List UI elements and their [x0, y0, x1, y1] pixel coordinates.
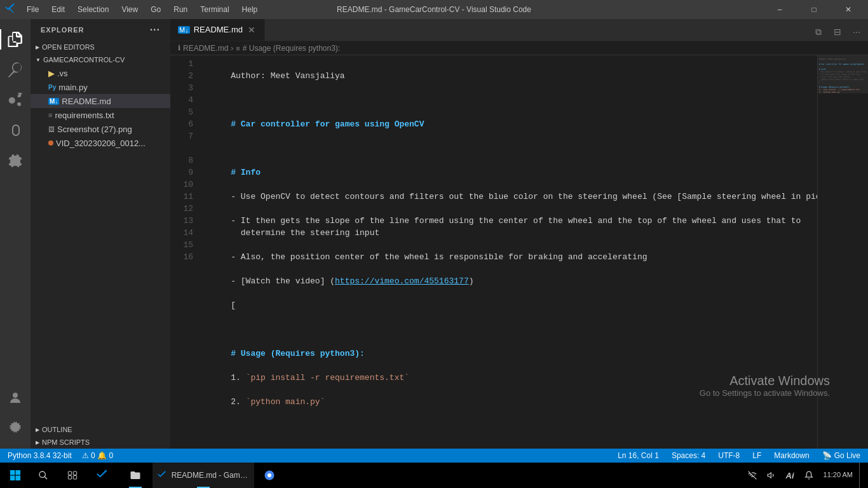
project-chevron: ▼	[36, 57, 41, 63]
menu-view[interactable]: View	[116, 4, 143, 15]
breadcrumb-file[interactable]: README.md	[183, 44, 228, 53]
taskbar-time-display: 11:20 AM	[824, 470, 853, 480]
error-icon: 🔔	[97, 451, 107, 460]
md-icon: M↓	[48, 98, 59, 105]
status-position[interactable]: Ln 16, Col 1	[615, 451, 661, 460]
golive-icon: 📡	[822, 451, 832, 460]
tree-item-screenshot[interactable]: 🖼 Screenshot (27).png	[31, 122, 170, 136]
status-language[interactable]: Markdown	[771, 451, 811, 460]
tree-item-mainpy[interactable]: Py main.py	[31, 80, 170, 94]
menu-go[interactable]: Go	[146, 4, 166, 15]
sidebar-menu-button[interactable]: ···	[150, 24, 160, 36]
open-editors-section[interactable]: ▶ OPEN EDITORS	[31, 41, 170, 53]
project-label: GAMECARCONTROL-CV	[43, 56, 125, 64]
activate-watermark: Activate Windows Go to Settings to activ…	[700, 374, 830, 398]
status-spaces[interactable]: Spaces: 4	[669, 451, 708, 460]
sidebar-footer: ▶ OUTLINE ▶ NPM SCRIPTS	[31, 423, 170, 449]
tree-item-requirements[interactable]: ≡ requirements.txt	[31, 108, 170, 122]
npm-section[interactable]: ▶ NPM SCRIPTS	[31, 436, 170, 449]
start-button[interactable]	[3, 463, 28, 488]
code-line-10: [	[211, 299, 817, 311]
vid-icon	[48, 140, 53, 146]
menu-file[interactable]: File	[22, 4, 44, 15]
editor-layout-button[interactable]: ⊟	[829, 23, 846, 41]
menu-run[interactable]: Run	[168, 4, 193, 15]
tree-item-vid[interactable]: VID_320230206_0012...	[31, 136, 170, 150]
code-line-6: - Use OpenCV to detect contours and filt…	[211, 191, 817, 203]
code-line-9: - [Watch the video] (https://vimeo.com/4…	[211, 275, 817, 287]
menu-terminal[interactable]: Terminal	[195, 4, 234, 15]
svg-marker-13	[768, 473, 771, 478]
svg-rect-8	[73, 471, 76, 475]
menu-selection[interactable]: Selection	[72, 4, 114, 15]
window-controls: – □ ✕	[765, 0, 863, 19]
activity-search[interactable]	[0, 55, 31, 85]
menu-help[interactable]: Help	[237, 4, 263, 15]
system-tray-network[interactable]	[744, 463, 761, 488]
breadcrumb-icon: ℹ	[178, 44, 180, 52]
open-editors-chevron: ▶	[36, 44, 39, 50]
status-warnings[interactable]: ⚠ 0 🔔 0	[79, 451, 116, 460]
system-tray-sound[interactable]	[763, 463, 780, 488]
activity-account[interactable]	[0, 383, 31, 413]
warning-icon: ⚠	[82, 451, 89, 460]
vscode-logo	[5, 3, 17, 17]
menu-bar[interactable]: File Edit Selection View Go Run Terminal…	[22, 4, 262, 15]
watermark-title: Activate Windows	[700, 374, 830, 388]
svg-point-0	[13, 393, 18, 398]
breadcrumb-section[interactable]: # Usage (Requires python3):	[243, 44, 340, 53]
svg-rect-4	[16, 476, 21, 481]
svg-rect-10	[73, 476, 76, 479]
close-button[interactable]: ✕	[834, 0, 863, 19]
activity-settings[interactable]	[0, 413, 31, 444]
npm-label: NPM SCRIPTS	[42, 438, 90, 446]
npm-chevron: ▶	[36, 440, 39, 445]
readme-name: README.md	[62, 97, 111, 106]
taskbar-readme-vscode[interactable]: README.md - Game...	[153, 463, 254, 488]
status-encoding[interactable]: UTF-8	[715, 451, 742, 460]
activity-explorer[interactable]	[0, 24, 31, 55]
svg-rect-9	[68, 476, 71, 479]
svg-point-5	[39, 471, 45, 477]
tree-item-readme[interactable]: M↓ README.md	[31, 94, 170, 108]
code-line-7: - It then gets the slope of the line for…	[211, 215, 817, 239]
breadcrumb-icon2: ≡	[236, 44, 240, 52]
code-line-8: - Also, the position center of the wheel…	[211, 251, 817, 263]
editor-tab-readme[interactable]: M↓ README.md ✕	[170, 19, 265, 41]
project-section[interactable]: ▼ GAMECARCONTROL-CV	[31, 53, 170, 66]
title-bar-left: File Edit Selection View Go Run Terminal…	[5, 3, 262, 17]
screenshot-name: Screenshot (27).png	[57, 125, 132, 134]
tab-md-icon: M↓	[178, 26, 190, 34]
taskbar-file-explorer[interactable]	[119, 463, 151, 488]
system-tray-notification[interactable]	[801, 463, 817, 488]
tree-item-vs[interactable]: ▶ .vs	[31, 66, 170, 80]
tab-close-button[interactable]: ✕	[247, 24, 257, 36]
minimize-button[interactable]: –	[765, 0, 794, 19]
taskbar-task-view[interactable]	[58, 463, 86, 488]
status-eol[interactable]: LF	[750, 451, 764, 460]
maximize-button[interactable]: □	[799, 0, 829, 19]
taskbar-ai[interactable]: Ai	[782, 463, 798, 488]
activity-source-control[interactable]	[0, 85, 31, 116]
status-golive[interactable]: 📡 Go Live	[820, 451, 863, 460]
more-actions-button[interactable]: ···	[848, 23, 865, 41]
outline-label: OUTLINE	[42, 426, 72, 433]
folder-icon: ▶	[48, 69, 55, 78]
taskbar-search-button[interactable]	[29, 463, 57, 488]
taskbar-readme-label: README.md - Game...	[172, 471, 249, 480]
tab-bar-actions: ⧉ ⊟ ···	[807, 23, 868, 41]
taskbar-chrome[interactable]	[255, 463, 283, 488]
outline-section[interactable]: ▶ OUTLINE	[31, 423, 170, 436]
sidebar-header: Explorer ···	[31, 19, 170, 41]
png-icon: 🖼	[48, 126, 55, 133]
menu-edit[interactable]: Edit	[46, 4, 70, 15]
line-numbers: 1 2 3 4 5 6 7 8 9 10 11 12 13 14 15 16	[170, 55, 201, 449]
split-editor-button[interactable]: ⧉	[810, 23, 827, 41]
activity-debug[interactable]	[0, 116, 31, 146]
show-desktop[interactable]	[859, 463, 863, 488]
taskbar-vscode[interactable]	[88, 463, 118, 488]
vs-folder-name: .vs	[57, 69, 68, 78]
system-time[interactable]: 11:20 AM	[820, 463, 857, 488]
activity-extensions[interactable]	[0, 146, 31, 177]
status-python[interactable]: Python 3.8.4 32-bit	[5, 451, 74, 460]
